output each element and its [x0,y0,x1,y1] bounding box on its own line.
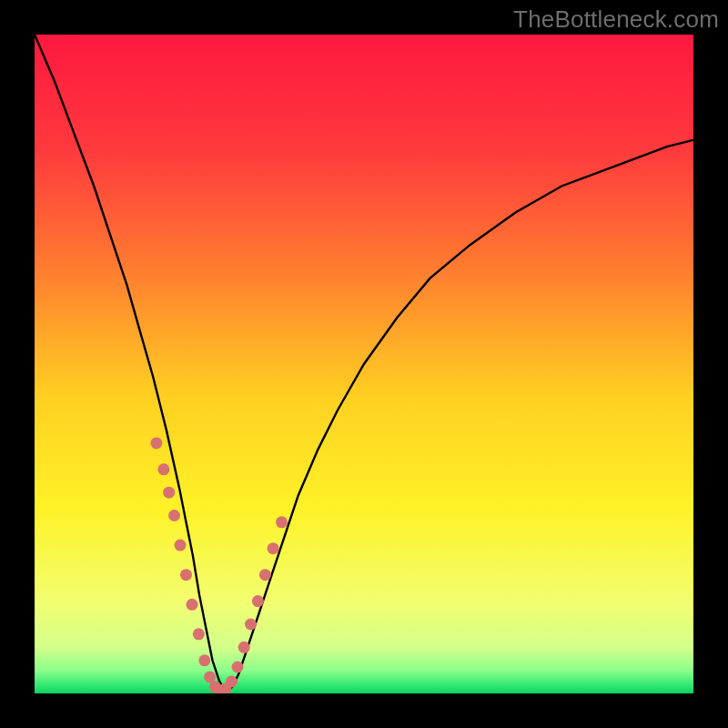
highlight-dot [238,642,250,653]
highlight-dot [226,676,238,688]
highlight-dot [187,599,198,611]
highlight-dot [198,654,210,666]
bottleneck-chart [35,35,693,693]
highlight-dot [268,542,279,554]
watermark-text: TheBottleneck.com [513,5,719,34]
highlight-dot [157,463,169,475]
highlight-dot [163,487,175,499]
highlight-dot [180,569,192,581]
highlight-dot [252,595,264,607]
highlight-dot [276,516,288,528]
chart-stage: TheBottleneck.com [0,0,728,728]
highlight-dot [150,437,162,449]
highlight-dot [245,619,257,631]
highlight-dot [259,569,271,581]
highlight-dot [168,510,180,521]
highlight-dot [175,540,187,551]
highlight-dot [232,662,244,673]
highlight-dot [193,628,205,640]
